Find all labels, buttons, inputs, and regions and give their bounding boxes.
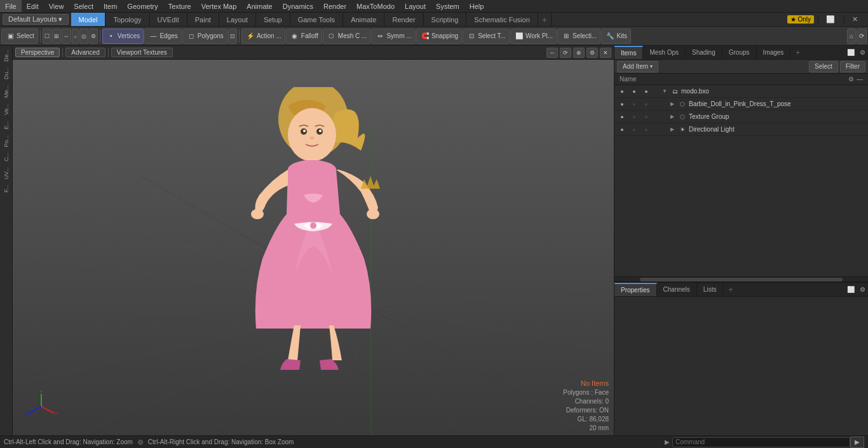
mode-toggle-btn[interactable]: ☐: [43, 29, 51, 44]
viewport-canvas[interactable]: X Y Z No Items Polygons : Face Channels:…: [13, 60, 614, 435]
left-tab-e[interactable]: E...: [2, 118, 11, 132]
vp-ctrl-move[interactable]: ↔: [546, 48, 558, 58]
add-item-btn[interactable]: Add Item ▾: [617, 61, 658, 72]
item-expand-modo-bxo[interactable]: ▼: [661, 88, 668, 95]
default-layouts-dropdown[interactable]: Default Layouts ▾: [3, 14, 69, 25]
item-eye-light[interactable]: ●: [617, 125, 627, 135]
left-tab-me[interactable]: Me...: [2, 83, 11, 100]
menu-select[interactable]: Select: [69, 0, 98, 12]
layout-close-btn[interactable]: ✕: [844, 15, 865, 24]
item-eye2-barbie[interactable]: ●: [629, 99, 639, 109]
menu-help[interactable]: Help: [465, 0, 489, 12]
item-eye-texture[interactable]: ●: [617, 112, 627, 122]
layout-tab-scripting[interactable]: Scripting: [424, 13, 467, 26]
menu-dynamics[interactable]: Dynamics: [278, 0, 318, 12]
viewport-tab-perspective[interactable]: Perspective: [15, 48, 60, 57]
mesh-c-btn[interactable]: ⬡ Mesh C ...: [323, 29, 371, 44]
left-tab-uv[interactable]: UV...: [2, 165, 11, 182]
layout-tab-gametools[interactable]: Game Tools: [290, 13, 344, 26]
layout-tab-schematic[interactable]: Schematic Fusion: [466, 13, 538, 26]
panel-tab-mesh-ops[interactable]: Mesh Ops: [643, 46, 686, 59]
props-tab-properties[interactable]: Properties: [614, 283, 657, 296]
item-expand-texture[interactable]: ▶: [668, 113, 676, 121]
vp-ctrl-close[interactable]: ✕: [600, 48, 611, 58]
panel-tab-items[interactable]: Items: [614, 46, 643, 59]
vertices-btn[interactable]: • Vertices: [102, 29, 144, 44]
props-tab-add-btn[interactable]: +: [723, 283, 738, 296]
item-row-modo-bxo[interactable]: ● ● ● ▼ 🗂 modo.bxo: [614, 85, 868, 98]
viewport-nav-2[interactable]: ⟳: [857, 29, 867, 44]
edges-btn[interactable]: — Edges: [144, 29, 181, 44]
select-mode-btn[interactable]: ▣ Select: [1, 29, 38, 44]
panel-tab-add-btn[interactable]: +: [790, 46, 805, 59]
panel-settings-btn[interactable]: ⚙: [857, 46, 868, 59]
left-tab-du[interactable]: Du...: [2, 65, 11, 82]
item-eye2-modo-bxo[interactable]: ●: [629, 86, 639, 97]
kits-btn[interactable]: 🔧 Kits: [601, 29, 631, 44]
item-eye2-texture[interactable]: ●: [629, 112, 639, 122]
left-tab-po[interactable]: Po...: [2, 133, 11, 150]
layout-tab-setup[interactable]: Setup: [256, 13, 290, 26]
snaps-btn[interactable]: ⊞: [52, 29, 61, 44]
props-expand-btn[interactable]: ⬜: [844, 283, 857, 296]
items-filter-btn[interactable]: Filter: [840, 61, 865, 72]
props-tab-channels[interactable]: Channels: [657, 283, 697, 296]
layout-tab-animate[interactable]: Animate: [343, 13, 384, 26]
menu-geometry[interactable]: Geometry: [122, 0, 163, 12]
menu-layout[interactable]: Layout: [400, 0, 431, 12]
work-pl-btn[interactable]: ⬜ Work Pl...: [510, 29, 557, 44]
layout-maximize-btn[interactable]: ⬜: [818, 15, 843, 24]
menu-item[interactable]: Item: [98, 0, 122, 12]
menu-file[interactable]: File: [0, 0, 22, 12]
menu-view[interactable]: View: [44, 0, 69, 12]
symm-btn[interactable]: ⇔ Symm ...: [371, 29, 415, 44]
select-t-btn[interactable]: ⊡ Select T...: [463, 29, 510, 44]
polygons-btn[interactable]: ◻ Polygons: [182, 29, 227, 44]
action-btn[interactable]: ⚡ Action ...: [241, 29, 285, 44]
item-expand-light[interactable]: ▶: [668, 126, 676, 133]
command-submit-btn[interactable]: ▶: [850, 437, 864, 448]
menu-maxtomodo[interactable]: MaxToModo: [351, 0, 400, 12]
menu-render[interactable]: Render: [318, 0, 351, 12]
menu-vertex-map[interactable]: Vertex Map: [196, 0, 242, 12]
panel-expand-btn[interactable]: ⬜: [844, 46, 857, 59]
item-expand-barbie[interactable]: ▶: [668, 100, 676, 108]
props-settings-btn[interactable]: ⚙: [857, 283, 868, 296]
item-row-texture-group[interactable]: ● ● ● ▶ ⬡ Texture Group: [614, 111, 868, 123]
tool-b5[interactable]: ◎: [79, 29, 88, 44]
tool-b4[interactable]: ⬦: [72, 29, 79, 44]
menu-system[interactable]: System: [431, 0, 465, 12]
item-row-barbie[interactable]: ● ● ● ▶ ⬡ Barbie_Doll_in_Pink_Dress_T_po…: [614, 98, 868, 111]
menu-animate[interactable]: Animate: [241, 0, 277, 12]
layout-tab-uvedit[interactable]: UVEdit: [150, 13, 187, 26]
layout-tab-layout[interactable]: Layout: [219, 13, 256, 26]
left-tab-f[interactable]: F...: [2, 182, 11, 195]
tool-extra-1[interactable]: ⊡: [228, 29, 237, 44]
viewport-tab-advanced[interactable]: Advanced: [65, 48, 105, 57]
command-input[interactable]: [672, 437, 850, 447]
item-row-dir-light[interactable]: ● ● ● ▶ ☀ Directional Light: [614, 123, 868, 136]
panel-tab-groups[interactable]: Groups: [722, 46, 757, 59]
layout-tab-topology[interactable]: Topology: [105, 13, 149, 26]
layout-tab-render[interactable]: Render: [384, 13, 423, 26]
item-eye3-light[interactable]: ●: [641, 125, 651, 135]
item-eye3-modo-bxo[interactable]: ●: [641, 86, 651, 97]
viewport-tab-textures[interactable]: Viewport Textures: [111, 48, 173, 57]
layout-tab-paint[interactable]: Paint: [187, 13, 219, 26]
layout-tab-add[interactable]: +: [538, 13, 552, 26]
vp-ctrl-zoom[interactable]: ⊕: [573, 48, 585, 58]
vp-ctrl-rotate[interactable]: ⟳: [560, 48, 571, 58]
tool-b6[interactable]: ⚙: [89, 29, 98, 44]
items-col-minus[interactable]: —: [857, 76, 863, 83]
vp-ctrl-settings[interactable]: ⚙: [587, 48, 598, 58]
items-col-settings[interactable]: ⚙: [848, 76, 854, 83]
falloff-btn[interactable]: ◉ Falloff: [286, 29, 322, 44]
panel-tab-shading[interactable]: Shading: [686, 46, 722, 59]
left-tab-c[interactable]: C...: [2, 150, 11, 164]
props-tab-lists[interactable]: Lists: [697, 283, 724, 296]
items-scrollbar-thumb[interactable]: [640, 278, 843, 282]
viewport-nav-1[interactable]: ⌂: [847, 29, 856, 44]
item-eye-modo-bxo[interactable]: ●: [617, 86, 627, 97]
layout-tab-model[interactable]: Model: [71, 13, 106, 26]
selecti-btn[interactable]: ⊞ Selecti...: [557, 29, 600, 44]
